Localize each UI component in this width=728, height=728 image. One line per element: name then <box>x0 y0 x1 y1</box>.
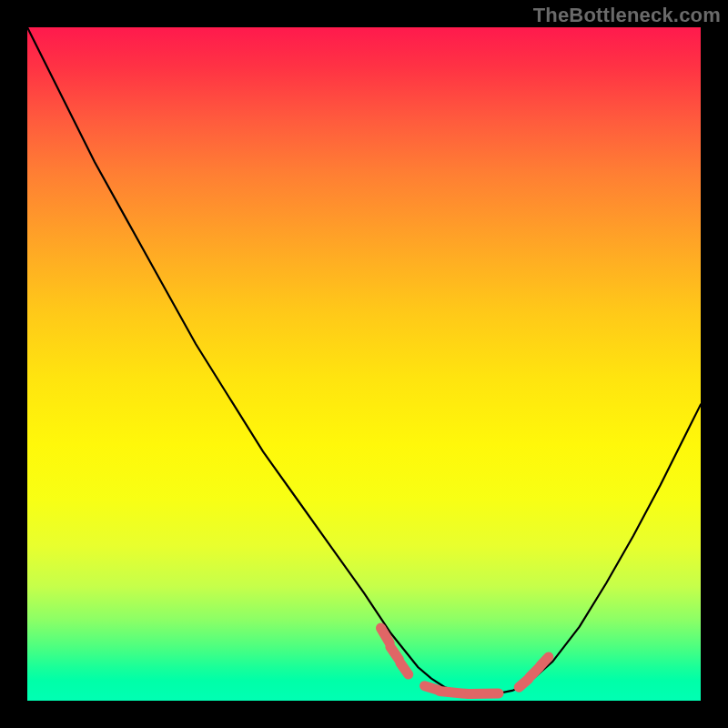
watermark-label: TheBottleneck.com <box>533 4 721 27</box>
highlight-segment <box>440 692 469 694</box>
highlight-segment <box>541 657 549 666</box>
chart-frame: TheBottleneck.com <box>0 0 728 728</box>
curve-path <box>27 27 701 694</box>
highlight-segment <box>400 663 409 675</box>
chart-svg <box>27 27 701 701</box>
plot-area <box>27 27 701 701</box>
highlight-group <box>381 628 549 694</box>
highlight-segment <box>470 693 499 694</box>
highlight-segment <box>390 647 399 660</box>
